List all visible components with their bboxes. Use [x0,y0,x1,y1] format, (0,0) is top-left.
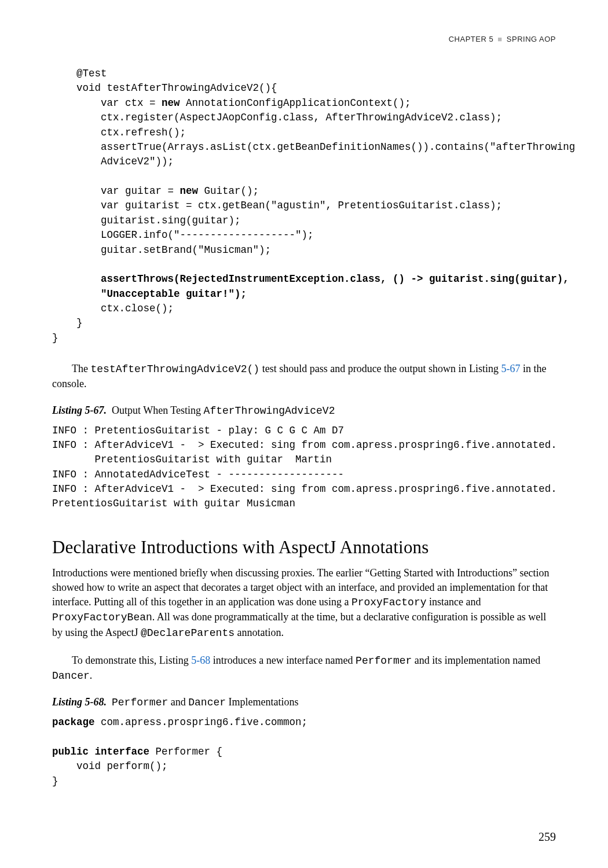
inline-code: ProxyFactory [351,597,427,608]
listing-xref-link[interactable]: 5-68 [191,654,210,666]
listing-label: Listing 5-68. Performer and Dancer Imple… [52,696,556,708]
page-number: 259 [539,830,556,844]
inline-code: Performer [112,697,168,708]
inline-code: testAfterThrowingAdviceV2() [90,363,259,375]
inline-code: Dancer [52,670,90,682]
inline-code: AfterThrowingAdviceV2 [204,405,335,417]
body-paragraph: Introductions were mentioned briefly whe… [52,566,556,641]
separator-icon: ■ [497,35,502,43]
chapter-label: CHAPTER 5 [449,35,493,43]
inline-code: @DeclareParents [141,627,235,639]
inline-code: ProxyFactoryBean [52,612,152,623]
code-block-test: @Test void testAfterThrowingAdviceV2(){ … [52,67,556,345]
inline-code: Dancer [188,697,226,708]
running-header: CHAPTER 5 ■ SPRING AOP [52,35,556,43]
body-paragraph: The testAfterThrowingAdviceV2() test sho… [52,362,556,391]
chapter-title: SPRING AOP [507,35,556,43]
code-block-output: INFO : PretentiosGuitarist - play: G C G… [52,424,556,512]
listing-label: Listing 5-67. Output When Testing AfterT… [52,404,556,417]
inline-code: Performer [356,655,412,667]
body-paragraph: To demonstrate this, Listing 5-68 introd… [52,653,556,683]
section-heading: Declarative Introductions with AspectJ A… [52,537,556,558]
listing-xref-link[interactable]: 5-67 [501,363,521,374]
code-block-interface: package com.apress.prospring6.five.commo… [52,715,556,789]
